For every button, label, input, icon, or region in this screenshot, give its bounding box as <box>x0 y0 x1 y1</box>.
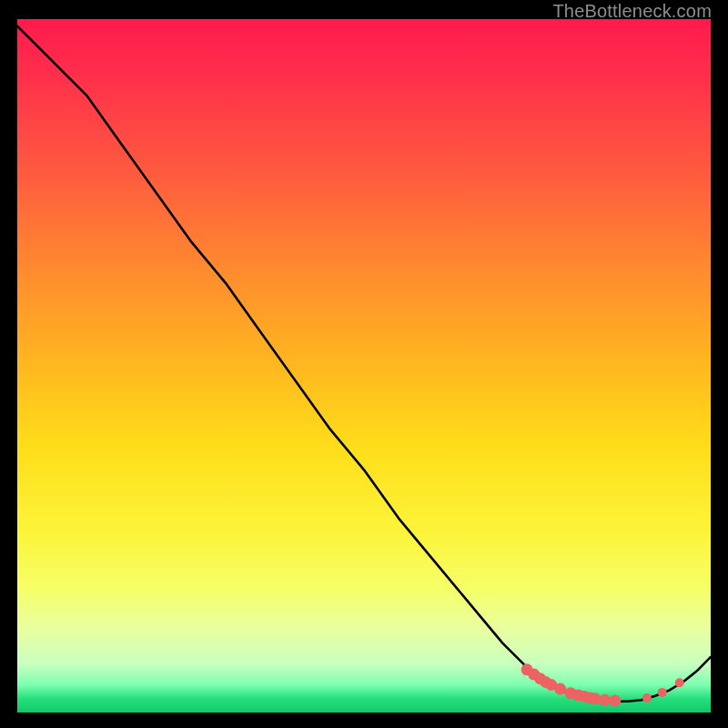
marker-dot <box>609 695 621 707</box>
marker-dot <box>521 663 533 675</box>
marker-dot <box>572 690 584 702</box>
chart-svg <box>17 19 711 713</box>
watermark-text: TheBottleneck.com <box>552 1 712 22</box>
marker-dot <box>540 676 551 688</box>
marker-dot <box>642 693 652 703</box>
marker-dot <box>554 683 566 695</box>
marker-dot <box>675 678 684 687</box>
plot-area <box>17 19 711 713</box>
marker-dot <box>534 672 546 684</box>
marker-dot <box>584 693 596 704</box>
marker-dot <box>528 669 540 681</box>
marker-dot <box>545 679 557 691</box>
marker-dot <box>589 693 601 704</box>
chart-frame: TheBottleneck.com <box>0 0 728 728</box>
curve-path <box>17 26 711 702</box>
marker-dot <box>565 687 577 699</box>
marker-dot <box>579 691 591 703</box>
marker-group <box>521 663 684 706</box>
marker-dot <box>599 694 611 706</box>
marker-dot <box>658 688 667 697</box>
